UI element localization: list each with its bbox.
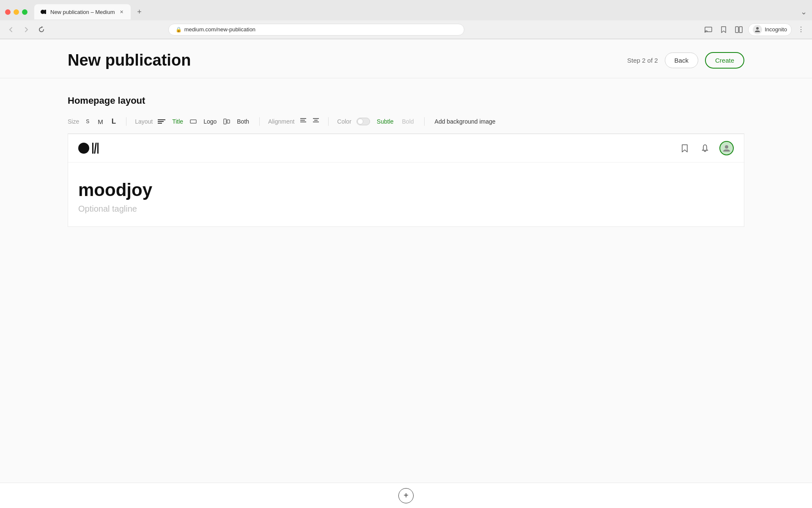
bell-nav-icon[interactable] [699, 142, 711, 154]
medium-logo [78, 143, 99, 154]
alignment-label: Alignment [268, 118, 294, 125]
url-text: medium.com/new-publication [184, 26, 255, 33]
maximize-window-button[interactable] [22, 9, 27, 15]
background-group: Add background image [425, 117, 506, 126]
back-nav-button[interactable] [5, 24, 17, 36]
alignment-group: Alignment [260, 117, 328, 126]
size-m-option[interactable]: M [96, 117, 105, 126]
browser-chrome: New publication – Medium ✕ + ⌄ 🔒 medium.… [0, 0, 812, 39]
color-toggle[interactable] [357, 118, 370, 125]
incognito-avatar [753, 25, 762, 34]
traffic-lights [5, 9, 27, 15]
medium-dot [78, 143, 89, 154]
svg-rect-9 [227, 120, 230, 123]
publication-name: moodjoy [78, 179, 734, 201]
layout-logo-option[interactable] [190, 118, 197, 125]
back-button[interactable]: Back [665, 52, 698, 68]
bottom-bar: + [0, 483, 812, 508]
forward-nav-button[interactable] [20, 24, 32, 36]
header-actions: Step 2 of 2 Back Create [627, 52, 744, 69]
minimize-window-button[interactable] [14, 9, 19, 15]
svg-point-0 [41, 10, 45, 14]
new-tab-button[interactable]: + [133, 6, 145, 18]
color-label: Color [337, 118, 351, 125]
bookmark-nav-icon[interactable] [679, 142, 691, 154]
svg-rect-7 [190, 120, 196, 123]
layout-label: Layout [135, 118, 153, 125]
layout-title-label[interactable]: Title [170, 117, 185, 126]
layout-logo-label[interactable]: Logo [202, 117, 218, 126]
svg-rect-4 [735, 27, 738, 33]
add-bg-image-option[interactable]: Add background image [433, 117, 497, 126]
color-toggle-knob [357, 119, 363, 124]
size-label: Size [68, 118, 79, 125]
svg-point-6 [756, 27, 759, 30]
address-input[interactable]: 🔒 medium.com/new-publication [168, 24, 464, 36]
split-view-icon[interactable] [733, 24, 745, 36]
tab-bar-chevron[interactable]: ⌄ [801, 7, 807, 17]
bookmark-icon[interactable] [718, 24, 730, 36]
address-bar: 🔒 medium.com/new-publication Incognito ⋮ [0, 20, 812, 39]
main-area: Homepage layout Size S M L Layout [0, 78, 812, 244]
page-content: New publication Step 2 of 2 Back Create … [0, 39, 812, 508]
tab-close-button[interactable]: ✕ [118, 8, 125, 15]
tab-favicon [40, 8, 47, 15]
publication-content: moodjoy Optional tagline [68, 163, 744, 226]
create-button[interactable]: Create [705, 52, 744, 69]
svg-point-16 [725, 145, 728, 149]
refresh-nav-button[interactable] [36, 24, 47, 36]
size-group: Size S M L [68, 116, 126, 127]
layout-title-option[interactable] [158, 119, 165, 124]
preview-area: moodjoy Optional tagline [68, 134, 744, 227]
incognito-label: Incognito [765, 26, 787, 33]
more-options-button[interactable]: ⋮ [795, 24, 807, 36]
active-tab[interactable]: New publication – Medium ✕ [34, 4, 131, 19]
svg-rect-8 [224, 119, 226, 124]
preview-navbar [68, 134, 744, 163]
preview-avatar[interactable] [719, 141, 734, 155]
tab-title: New publication – Medium [50, 9, 115, 15]
layout-both-option[interactable] [223, 118, 230, 125]
page-title: New publication [68, 51, 191, 69]
step-indicator: Step 2 of 2 [627, 57, 658, 64]
layout-group: Layout Title Logo [126, 117, 259, 126]
page-header: New publication Step 2 of 2 Back Create [0, 39, 812, 78]
tab-bar: New publication – Medium ✕ + ⌄ [0, 0, 812, 20]
lock-icon: 🔒 [176, 27, 182, 33]
svg-rect-5 [739, 27, 742, 33]
align-left-option[interactable] [299, 117, 307, 126]
add-section-button[interactable]: + [398, 488, 414, 503]
layout-both-label[interactable]: Both [235, 117, 251, 126]
preview-nav-actions [679, 141, 734, 155]
section-title: Homepage layout [68, 95, 744, 106]
size-s-option[interactable]: S [84, 118, 91, 125]
publication-tagline: Optional tagline [78, 204, 734, 214]
svg-rect-1 [44, 10, 46, 14]
cast-icon[interactable] [702, 24, 714, 36]
address-bar-actions: Incognito ⋮ [702, 23, 807, 36]
align-center-option[interactable] [312, 117, 320, 126]
color-subtle-option[interactable]: Subtle [375, 117, 395, 126]
close-window-button[interactable] [5, 9, 11, 15]
color-bold-option[interactable]: Bold [401, 117, 416, 126]
layout-toolbar: Size S M L Layout Title [68, 116, 744, 134]
medium-bars [92, 143, 99, 154]
size-l-option[interactable]: L [110, 116, 118, 127]
color-group: Color Subtle Bold [329, 117, 424, 126]
incognito-button[interactable]: Incognito [748, 23, 792, 36]
